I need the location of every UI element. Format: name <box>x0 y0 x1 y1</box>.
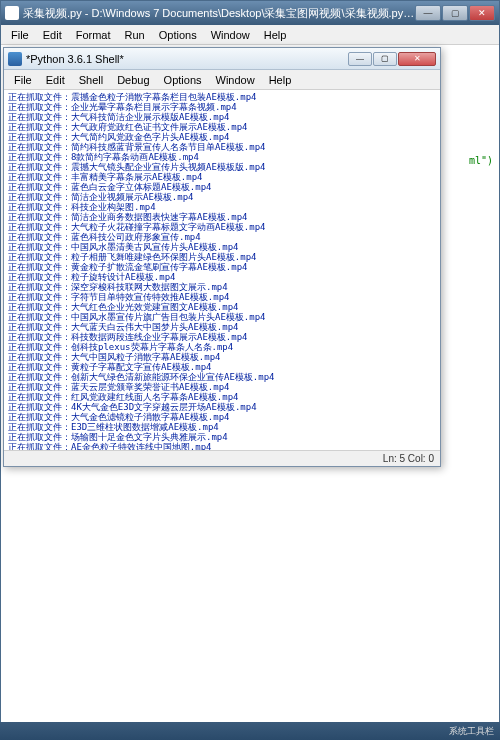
shell-titlebar[interactable]: *Python 3.6.1 Shell* — ▢ ✕ <box>4 48 440 70</box>
output-line: 正在抓取文件：震撼金色粒子消散字幕条栏目包装AE模板.mp4 <box>8 92 436 102</box>
cursor-position: Ln: 5 Col: 0 <box>383 453 434 464</box>
shell-maximize-button[interactable]: ▢ <box>373 52 397 66</box>
menu-file[interactable]: File <box>5 27 35 43</box>
python-shell-icon <box>8 52 22 66</box>
menu-run[interactable]: Run <box>119 27 151 43</box>
menu-edit[interactable]: Edit <box>37 27 68 43</box>
output-line: 正在抓取文件：大气简约风党政金色字片头AE模板.mp4 <box>8 132 436 142</box>
shell-title: *Python 3.6.1 Shell* <box>26 53 347 65</box>
output-line: 正在抓取文件：科技企业构架图.mp4 <box>8 202 436 212</box>
taskbar-label: 系统工具栏 <box>449 725 494 738</box>
menu-window[interactable]: Window <box>205 27 256 43</box>
output-line: 正在抓取文件：大气红色企业光效党建宣图文AE模板.mp4 <box>8 302 436 312</box>
main-window-buttons: — ▢ ✕ <box>415 5 495 21</box>
menu-options[interactable]: Options <box>153 27 203 43</box>
output-line: 正在抓取文件：AE金色粒子特效连线中国地图.mp4 <box>8 442 436 450</box>
shell-statusbar: Ln: 5 Col: 0 <box>4 450 440 466</box>
output-line: 正在抓取文件：创新大气绿色清新旅能源环保企业宣传AE模板.mp4 <box>8 372 436 382</box>
shell-menu-options[interactable]: Options <box>158 72 208 88</box>
output-line: 正在抓取文件：创科技plexus荧幕片字幕条人名条.mp4 <box>8 342 436 352</box>
output-line: 正在抓取文件：4K大气金色E3D文字穿越云层开场AE模板.mp4 <box>8 402 436 412</box>
output-line: 正在抓取文件：中国风水墨宣传片旗广告目包装片头AE模板.mp4 <box>8 312 436 322</box>
output-line: 正在抓取文件：企业光晕字幕条栏目展示字幕条视频.mp4 <box>8 102 436 112</box>
shell-output[interactable]: 正在抓取文件：震撼金色粒子消散字幕条栏目包装AE模板.mp4正在抓取文件：企业光… <box>4 90 440 450</box>
output-line: 正在抓取文件：大气科技简洁企业展示模版AE模板.mp4 <box>8 112 436 122</box>
menu-format[interactable]: Format <box>70 27 117 43</box>
shell-menu-edit[interactable]: Edit <box>40 72 71 88</box>
output-line: 正在抓取文件：粒子旋转设计AE模板.mp4 <box>8 272 436 282</box>
shell-minimize-button[interactable]: — <box>348 52 372 66</box>
shell-menu-debug[interactable]: Debug <box>111 72 155 88</box>
shell-menubar: FileEditShellDebugOptionsWindowHelp <box>4 70 440 90</box>
output-line: 正在抓取文件：深空穿梭科技联网大数据图文展示.mp4 <box>8 282 436 292</box>
output-line: 正在抓取文件：黄粒子字幕配文字宣传AE模板.mp4 <box>8 362 436 372</box>
output-line: 正在抓取文件：大气粒子火花碰撞字幕标题文字动画AE模板.mp4 <box>8 222 436 232</box>
main-title: 采集视频.py - D:\Windows 7 Documents\Desktop… <box>23 6 415 21</box>
output-line: 正在抓取文件：黄金粒子扩散流金笔刷宣传字幕AE模板.mp4 <box>8 262 436 272</box>
output-line: 正在抓取文件：E3D三维柱状图数据增减AE模板.mp4 <box>8 422 436 432</box>
output-line: 正在抓取文件：大气政府党政红色证书文件展示AE模板.mp4 <box>8 122 436 132</box>
output-line: 正在抓取文件：8款简约字幕条动画AE模板.mp4 <box>8 152 436 162</box>
maximize-button[interactable]: ▢ <box>442 5 468 21</box>
output-line: 正在抓取文件：简洁企业视频展示AE模板.mp4 <box>8 192 436 202</box>
output-line: 正在抓取文件：中国风水墨清美古风宣传片头AE模板.mp4 <box>8 242 436 252</box>
output-line: 正在抓取文件：红风党政建红线面人名字幕条AE模板.mp4 <box>8 392 436 402</box>
output-line: 正在抓取文件：蓝天云层党颁章奖荣誉证书AE模板.mp4 <box>8 382 436 392</box>
shell-window: *Python 3.6.1 Shell* — ▢ ✕ FileEditShell… <box>3 47 441 467</box>
python-icon <box>5 6 19 20</box>
output-line: 正在抓取文件：粒子相册飞舞唯建绿色环保图片头AE模板.mp4 <box>8 252 436 262</box>
output-line: 正在抓取文件：字符节目单特效宣传特效推AE模板.mp4 <box>8 292 436 302</box>
shell-menu-file[interactable]: File <box>8 72 38 88</box>
code-fragment: ml") <box>469 155 493 166</box>
output-line: 正在抓取文件：丰富精美字幕条展示AE模板.mp4 <box>8 172 436 182</box>
taskbar[interactable]: 系统工具栏 <box>0 722 500 740</box>
output-line: 正在抓取文件：科技数据两段连线企业字幕展示AE模板.mp4 <box>8 332 436 342</box>
output-line: 正在抓取文件：场输图十足金色文字片头典雅展示.mp4 <box>8 432 436 442</box>
shell-menu-help[interactable]: Help <box>263 72 298 88</box>
close-button[interactable]: ✕ <box>469 5 495 21</box>
output-line: 正在抓取文件：蓝色白云金字立体标题AE模板.mp4 <box>8 182 436 192</box>
main-menubar: FileEditFormatRunOptionsWindowHelp <box>1 25 499 45</box>
shell-menu-shell[interactable]: Shell <box>73 72 109 88</box>
menu-help[interactable]: Help <box>258 27 293 43</box>
output-line: 正在抓取文件：震撼大气镜头配企业宣传片头视频AE模板版.mp4 <box>8 162 436 172</box>
output-line: 正在抓取文件：大气中国风粒子消散字幕AE模板.mp4 <box>8 352 436 362</box>
output-line: 正在抓取文件：简约科技感蓝背景宣传人名条节目单AE模板.mp4 <box>8 142 436 152</box>
shell-close-button[interactable]: ✕ <box>398 52 436 66</box>
output-line: 正在抓取文件：大气金色滤镜粒子消散字幕AE模板.mp4 <box>8 412 436 422</box>
main-titlebar[interactable]: 采集视频.py - D:\Windows 7 Documents\Desktop… <box>1 1 499 25</box>
shell-menu-window[interactable]: Window <box>210 72 261 88</box>
minimize-button[interactable]: — <box>415 5 441 21</box>
output-line: 正在抓取文件：大气蓝天白云伟大中国梦片头AE模板.mp4 <box>8 322 436 332</box>
output-line: 正在抓取文件：蓝色科技公司政府形象宣传.mp4 <box>8 232 436 242</box>
output-line: 正在抓取文件：简洁企业商务数据图表快速字幕AE模板.mp4 <box>8 212 436 222</box>
